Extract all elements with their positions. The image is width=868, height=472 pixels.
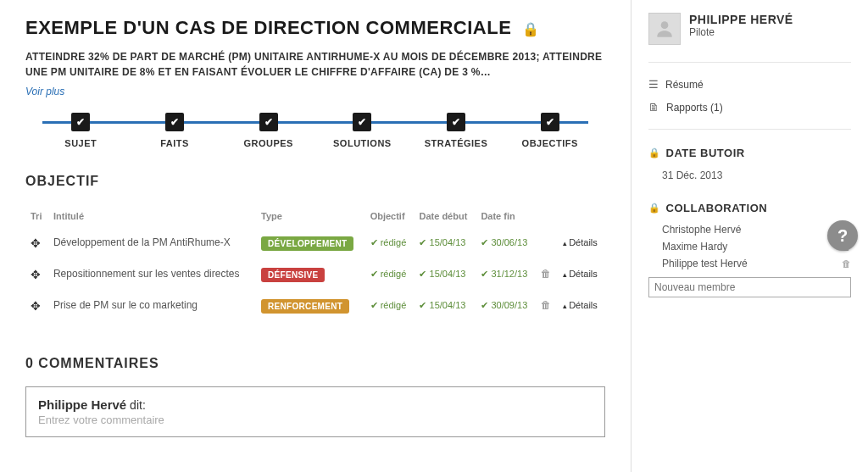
lock-icon: 🔒 xyxy=(648,203,661,214)
row-objectif: rédigé xyxy=(370,269,407,279)
see-more-link[interactable]: Voir plus xyxy=(25,86,64,97)
row-fin: 30/06/13 xyxy=(481,237,527,247)
comment-box[interactable]: Philippe Hervé dit: Entrez votre comment… xyxy=(25,386,605,437)
heading-text: COLLABORATION xyxy=(666,202,768,214)
profile-name: PHILIPPE HERVÉ xyxy=(689,13,793,26)
deadline-heading: 🔒 DATE BUTOIR xyxy=(648,147,851,159)
avatar xyxy=(648,13,681,45)
type-badge: DÉFENSIVE xyxy=(261,268,325,282)
collab-member: Christophe Hervé 🗑 xyxy=(648,221,851,238)
details-toggle[interactable]: Détails xyxy=(563,300,598,310)
help-button[interactable]: ? xyxy=(827,220,858,251)
svg-point-0 xyxy=(661,21,669,29)
row-intitule: Repositionnement sur les ventes directes xyxy=(48,259,256,291)
list-icon: ☰ xyxy=(648,78,659,91)
step-solutions[interactable]: ✔SOLUTIONS xyxy=(315,113,409,148)
table-row: ✥ Prise de PM sur le co marketing RENFOR… xyxy=(25,291,605,322)
step-label: GROUPES xyxy=(243,138,293,148)
profile-role: Pilote xyxy=(689,26,793,38)
table-row: ✥ Développement de la PM AntiRhume-X DÉV… xyxy=(25,228,605,259)
comments-heading: 0 COMMENTAIRES xyxy=(25,356,605,371)
collab-member: Maxime Hardy 🗑 xyxy=(648,238,851,255)
step-label: STRATÉGIES xyxy=(425,138,487,148)
details-toggle[interactable]: Détails xyxy=(563,237,598,247)
step-label: OBJECTIFS xyxy=(522,138,578,148)
row-fin: 31/12/13 xyxy=(481,269,527,279)
row-intitule: Prise de PM sur le co marketing xyxy=(48,291,256,322)
question-icon: ? xyxy=(837,226,848,246)
deadline-section: 🔒 DATE BUTOIR 31 Déc. 2013 xyxy=(648,147,851,185)
check-icon: ✔ xyxy=(541,113,559,131)
collab-member: Philippe test Hervé 🗑 xyxy=(648,255,851,272)
trash-icon[interactable]: 🗑 xyxy=(842,258,851,269)
check-icon: ✔ xyxy=(71,113,90,131)
col-debut: Date début xyxy=(414,204,476,228)
step-strategies[interactable]: ✔STRATÉGIES xyxy=(409,113,504,148)
table-row: ✥ Repositionnement sur les ventes direct… xyxy=(25,259,605,291)
step-faits[interactable]: ✔FAITS xyxy=(128,113,222,148)
page-title-text: EXEMPLE D'UN CAS DE DIRECTION COMMERCIAL… xyxy=(25,17,511,38)
deadline-value: 31 Déc. 2013 xyxy=(648,166,851,185)
page-title: EXEMPLE D'UN CAS DE DIRECTION COMMERCIAL… xyxy=(25,17,605,39)
link-label: Rapports (1) xyxy=(666,102,723,114)
step-sujet[interactable]: ✔SUJET xyxy=(34,113,128,148)
row-objectif: rédigé xyxy=(370,300,407,310)
check-icon: ✔ xyxy=(259,113,278,131)
details-toggle[interactable]: Détails xyxy=(563,269,598,279)
objectif-table: Tri Intitulé Type Objectif Date début Da… xyxy=(25,204,605,322)
profile: PHILIPPE HERVÉ Pilote xyxy=(648,13,851,45)
member-name: Christophe Hervé xyxy=(662,224,741,236)
lock-icon: 🔒 xyxy=(648,147,661,158)
link-label: Résumé xyxy=(665,79,704,91)
objectif-heading: OBJECTIF xyxy=(25,174,605,189)
check-icon: ✔ xyxy=(447,113,465,131)
page-subtitle: ATTEINDRE 32% DE PART DE MARCHÉ (PM) UNI… xyxy=(25,49,605,80)
step-groupes[interactable]: ✔GROUPES xyxy=(221,113,315,148)
comment-placeholder: Entrez votre commentaire xyxy=(38,414,593,426)
comment-author: Philippe Hervé xyxy=(38,397,126,412)
trash-icon[interactable]: 🗑 xyxy=(541,268,551,280)
row-fin: 30/09/13 xyxy=(481,300,527,310)
col-type: Type xyxy=(256,204,365,228)
sidebar-link-resume[interactable]: ☰ Résumé xyxy=(648,73,851,96)
type-badge: RENFORCEMENT xyxy=(261,299,349,314)
divider xyxy=(648,62,851,63)
collaboration-section: 🔒 COLLABORATION Christophe Hervé 🗑 Maxim… xyxy=(648,202,851,297)
heading-text: DATE BUTOIR xyxy=(666,147,745,159)
col-fin: Date fin xyxy=(476,204,536,228)
divider xyxy=(648,129,851,130)
check-icon: ✔ xyxy=(353,113,371,131)
col-objectif: Objectif xyxy=(365,204,415,228)
new-member-input[interactable] xyxy=(648,277,851,297)
step-label: SUJET xyxy=(64,138,97,148)
comments-section: 0 COMMENTAIRES Philippe Hervé dit: Entre… xyxy=(25,356,605,437)
member-name: Maxime Hardy xyxy=(662,241,727,253)
drag-handle-icon[interactable]: ✥ xyxy=(31,299,41,313)
type-badge: DÉVELOPPEMENT xyxy=(261,236,353,251)
row-debut: 15/04/13 xyxy=(419,237,465,247)
col-intitule: Intitulé xyxy=(48,204,256,228)
step-label: SOLUTIONS xyxy=(333,138,392,148)
step-label: FAITS xyxy=(160,138,189,148)
sidebar-link-rapports[interactable]: 🗎 Rapports (1) xyxy=(648,96,851,119)
trash-icon[interactable]: 🗑 xyxy=(541,299,551,311)
row-debut: 15/04/13 xyxy=(419,269,465,279)
col-tri: Tri xyxy=(25,204,48,228)
row-objectif: rédigé xyxy=(370,237,407,247)
step-objectifs[interactable]: ✔OBJECTIFS xyxy=(503,113,597,148)
progress-steps: ✔SUJET ✔FAITS ✔GROUPES ✔SOLUTIONS ✔STRAT… xyxy=(25,113,605,148)
drag-handle-icon[interactable]: ✥ xyxy=(31,236,41,250)
collaboration-heading: 🔒 COLLABORATION xyxy=(648,202,851,214)
member-name: Philippe test Hervé xyxy=(662,258,748,269)
check-icon: ✔ xyxy=(165,113,184,131)
lock-icon: 🔒 xyxy=(522,22,540,36)
document-icon: 🗎 xyxy=(648,101,659,114)
row-intitule: Développement de la PM AntiRhume-X xyxy=(48,228,256,259)
comment-says: dit: xyxy=(126,398,146,412)
drag-handle-icon[interactable]: ✥ xyxy=(31,268,41,281)
row-debut: 15/04/13 xyxy=(419,300,465,310)
